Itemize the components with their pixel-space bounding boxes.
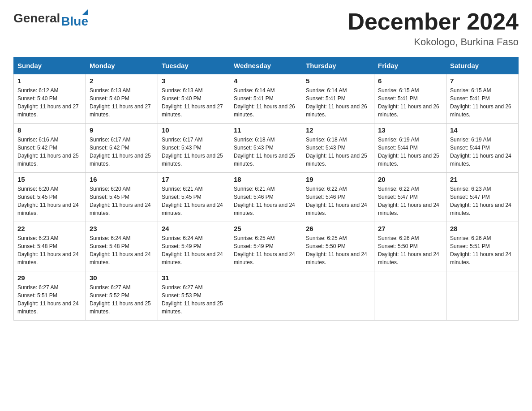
location-title: Kokologo, Burkina Faso	[348, 36, 519, 48]
calendar-cell: 6Sunrise: 6:15 AMSunset: 5:41 PMDaylight…	[374, 74, 446, 124]
day-number: 29	[17, 274, 82, 282]
calendar-cell: 23Sunrise: 6:24 AMSunset: 5:48 PMDayligh…	[86, 222, 158, 271]
week-row-1: 1Sunrise: 6:12 AMSunset: 5:40 PMDaylight…	[14, 74, 519, 124]
calendar-cell: 12Sunrise: 6:18 AMSunset: 5:43 PMDayligh…	[302, 124, 374, 173]
day-number: 27	[378, 225, 442, 232]
week-row-2: 8Sunrise: 6:16 AMSunset: 5:42 PMDaylight…	[14, 124, 519, 173]
day-info: Sunrise: 6:25 AMSunset: 5:49 PMDaylight:…	[234, 234, 298, 266]
calendar-cell: 26Sunrise: 6:25 AMSunset: 5:50 PMDayligh…	[302, 222, 374, 271]
day-number: 1	[17, 77, 82, 85]
day-info: Sunrise: 6:27 AMSunset: 5:52 PMDaylight:…	[90, 283, 154, 316]
weekday-header-row: SundayMondayTuesdayWednesdayThursdayFrid…	[14, 57, 519, 74]
day-info: Sunrise: 6:23 AMSunset: 5:47 PMDaylight:…	[450, 185, 515, 217]
calendar-cell: 27Sunrise: 6:26 AMSunset: 5:50 PMDayligh…	[374, 222, 446, 271]
day-info: Sunrise: 6:13 AMSunset: 5:40 PMDaylight:…	[90, 86, 154, 119]
day-number: 2	[90, 77, 154, 85]
calendar-cell: 4Sunrise: 6:14 AMSunset: 5:41 PMDaylight…	[230, 74, 302, 124]
calendar-cell: 7Sunrise: 6:15 AMSunset: 5:41 PMDaylight…	[446, 74, 519, 124]
weekday-header-sunday: Sunday	[14, 57, 86, 74]
day-info: Sunrise: 6:17 AMSunset: 5:43 PMDaylight:…	[162, 136, 226, 168]
calendar-cell: 20Sunrise: 6:22 AMSunset: 5:47 PMDayligh…	[374, 173, 446, 222]
day-number: 10	[162, 126, 226, 134]
logo-general-text: General	[13, 11, 60, 26]
logo-blue-text: Blue	[61, 15, 88, 28]
day-info: Sunrise: 6:19 AMSunset: 5:44 PMDaylight:…	[378, 136, 442, 168]
calendar-cell: 11Sunrise: 6:18 AMSunset: 5:43 PMDayligh…	[230, 124, 302, 173]
day-info: Sunrise: 6:14 AMSunset: 5:41 PMDaylight:…	[306, 86, 370, 119]
day-info: Sunrise: 6:13 AMSunset: 5:40 PMDaylight:…	[162, 86, 226, 119]
month-title: December 2024	[348, 9, 519, 34]
day-number: 25	[234, 225, 298, 232]
day-number: 21	[450, 176, 515, 183]
day-info: Sunrise: 6:24 AMSunset: 5:48 PMDaylight:…	[90, 234, 154, 266]
weekday-header-friday: Friday	[374, 57, 446, 74]
page-header: General Blue December 2024 Kokologo, Bur…	[13, 9, 519, 48]
day-info: Sunrise: 6:19 AMSunset: 5:44 PMDaylight:…	[450, 136, 515, 168]
day-info: Sunrise: 6:25 AMSunset: 5:50 PMDaylight:…	[306, 234, 370, 266]
calendar-cell: 5Sunrise: 6:14 AMSunset: 5:41 PMDaylight…	[302, 74, 374, 124]
day-info: Sunrise: 6:17 AMSunset: 5:42 PMDaylight:…	[90, 136, 154, 168]
weekday-header-saturday: Saturday	[446, 57, 519, 74]
day-info: Sunrise: 6:16 AMSunset: 5:42 PMDaylight:…	[17, 136, 82, 168]
day-info: Sunrise: 6:27 AMSunset: 5:53 PMDaylight:…	[162, 283, 226, 316]
day-info: Sunrise: 6:24 AMSunset: 5:49 PMDaylight:…	[162, 234, 226, 266]
day-info: Sunrise: 6:22 AMSunset: 5:46 PMDaylight:…	[306, 185, 370, 217]
day-number: 30	[90, 274, 154, 282]
logo: General Blue	[13, 9, 88, 28]
calendar-cell: 28Sunrise: 6:26 AMSunset: 5:51 PMDayligh…	[446, 222, 519, 271]
week-row-5: 29Sunrise: 6:27 AMSunset: 5:51 PMDayligh…	[14, 271, 519, 321]
day-info: Sunrise: 6:26 AMSunset: 5:51 PMDaylight:…	[450, 234, 515, 266]
calendar-cell	[446, 271, 519, 321]
day-info: Sunrise: 6:14 AMSunset: 5:41 PMDaylight:…	[234, 86, 298, 119]
day-number: 4	[234, 77, 298, 85]
day-number: 6	[378, 77, 442, 85]
logo-blue-part: Blue	[61, 9, 88, 28]
day-info: Sunrise: 6:15 AMSunset: 5:41 PMDaylight:…	[450, 86, 515, 119]
day-number: 17	[162, 176, 226, 183]
calendar-cell: 14Sunrise: 6:19 AMSunset: 5:44 PMDayligh…	[446, 124, 519, 173]
day-number: 3	[162, 77, 226, 85]
calendar-cell: 10Sunrise: 6:17 AMSunset: 5:43 PMDayligh…	[158, 124, 230, 173]
calendar-cell: 8Sunrise: 6:16 AMSunset: 5:42 PMDaylight…	[14, 124, 86, 173]
calendar-cell: 3Sunrise: 6:13 AMSunset: 5:40 PMDaylight…	[158, 74, 230, 124]
calendar-cell: 29Sunrise: 6:27 AMSunset: 5:51 PMDayligh…	[14, 271, 86, 321]
day-number: 16	[90, 176, 154, 183]
day-info: Sunrise: 6:20 AMSunset: 5:45 PMDaylight:…	[90, 185, 154, 217]
week-row-3: 15Sunrise: 6:20 AMSunset: 5:45 PMDayligh…	[14, 173, 519, 222]
day-number: 7	[450, 77, 515, 85]
day-number: 31	[162, 274, 226, 282]
day-number: 11	[234, 126, 298, 134]
calendar-cell: 2Sunrise: 6:13 AMSunset: 5:40 PMDaylight…	[86, 74, 158, 124]
day-number: 19	[306, 176, 370, 183]
calendar-cell: 16Sunrise: 6:20 AMSunset: 5:45 PMDayligh…	[86, 173, 158, 222]
day-info: Sunrise: 6:18 AMSunset: 5:43 PMDaylight:…	[306, 136, 370, 168]
day-number: 8	[17, 126, 82, 134]
day-number: 18	[234, 176, 298, 183]
day-number: 9	[90, 126, 154, 134]
weekday-header-tuesday: Tuesday	[158, 57, 230, 74]
calendar-cell	[302, 271, 374, 321]
weekday-header-thursday: Thursday	[302, 57, 374, 74]
day-info: Sunrise: 6:18 AMSunset: 5:43 PMDaylight:…	[234, 136, 298, 168]
day-number: 24	[162, 225, 226, 232]
day-number: 20	[378, 176, 442, 183]
calendar-cell: 1Sunrise: 6:12 AMSunset: 5:40 PMDaylight…	[14, 74, 86, 124]
calendar-cell: 15Sunrise: 6:20 AMSunset: 5:45 PMDayligh…	[14, 173, 86, 222]
calendar-cell	[374, 271, 446, 321]
day-number: 14	[450, 126, 515, 134]
day-info: Sunrise: 6:26 AMSunset: 5:50 PMDaylight:…	[378, 234, 442, 266]
calendar-cell: 13Sunrise: 6:19 AMSunset: 5:44 PMDayligh…	[374, 124, 446, 173]
day-number: 22	[17, 225, 82, 232]
day-number: 12	[306, 126, 370, 134]
day-number: 28	[450, 225, 515, 232]
day-info: Sunrise: 6:21 AMSunset: 5:45 PMDaylight:…	[162, 185, 226, 217]
weekday-header-monday: Monday	[86, 57, 158, 74]
calendar-cell: 19Sunrise: 6:22 AMSunset: 5:46 PMDayligh…	[302, 173, 374, 222]
day-info: Sunrise: 6:23 AMSunset: 5:48 PMDaylight:…	[17, 234, 82, 266]
day-info: Sunrise: 6:21 AMSunset: 5:46 PMDaylight:…	[234, 185, 298, 217]
calendar-cell: 18Sunrise: 6:21 AMSunset: 5:46 PMDayligh…	[230, 173, 302, 222]
day-info: Sunrise: 6:15 AMSunset: 5:41 PMDaylight:…	[378, 86, 442, 119]
day-info: Sunrise: 6:12 AMSunset: 5:40 PMDaylight:…	[17, 86, 82, 119]
day-number: 26	[306, 225, 370, 232]
day-info: Sunrise: 6:20 AMSunset: 5:45 PMDaylight:…	[17, 185, 82, 217]
